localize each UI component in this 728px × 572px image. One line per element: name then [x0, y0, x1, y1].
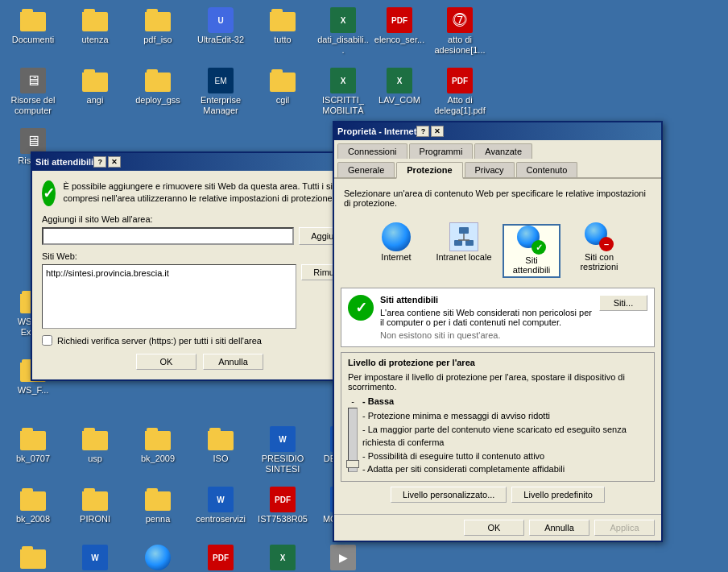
zone-intranet-locale[interactable]: Intranet locale [435, 224, 493, 278]
desktop-icon-atto-di[interactable]: ⓻ atto di adesione[1... [431, 4, 489, 59]
folder-icon [82, 487, 108, 512]
folder-icon [208, 426, 234, 452]
desktop-icon-ultraedit[interactable]: U UltraEdit-32 [192, 4, 250, 48]
tab-protezione[interactable]: Protezione [396, 162, 462, 179]
siti-dialog-add-row: Aggiungi [42, 227, 358, 245]
tab-contenuto[interactable]: Contenuto [516, 162, 578, 177]
desktop-icon-row7-5[interactable]: X [254, 541, 312, 572]
desktop-icon-tutto[interactable]: tutto [254, 4, 312, 48]
zone-siti-restrizioni[interactable]: – Siti con restrizioni [570, 224, 628, 278]
desktop-icon-angi[interactable]: angi [66, 64, 124, 109]
svg-rect-0 [459, 227, 469, 234]
siti-attendibili-no-siti: Non esistono siti in quest'area. [380, 330, 593, 340]
siti-attendibili-detail: Siti attendibili L'area contiene siti We… [380, 295, 593, 340]
siti-button[interactable]: Siti... [599, 295, 647, 311]
desktop-icon-row7-6[interactable]: ▶ [314, 541, 372, 572]
desktop-icon-row7-1[interactable] [4, 541, 62, 572]
globe-icon [145, 545, 171, 570]
siti-dialog-cancel-button[interactable]: Annulla [203, 354, 263, 370]
folder-icon [270, 7, 296, 33]
siti-dialog-add-label: Aggiungi il sito Web all'area: [42, 214, 358, 224]
folder-icon [145, 426, 171, 452]
desktop-icon-penna[interactable]: penna [129, 483, 187, 528]
desktop-icon-bk-2009[interactable]: bk_2009 [129, 423, 187, 467]
inet-props-help-btn[interactable]: ? [416, 126, 429, 137]
livello-protezione-area: Livello di protezione per l'area Per imp… [341, 352, 655, 482]
siti-attendibili-dialog: Siti attendibili ? ✕ ✓ È possibile aggiu… [31, 151, 369, 381]
livello-predefinito-button[interactable]: Livello predefinito [511, 487, 605, 503]
inet-props-title-text: Proprietà - Internet [337, 126, 416, 136]
excel-icon: X [330, 7, 356, 33]
desktop-icon-risorse-computer[interactable]: 🖥 Risorse del computer [4, 64, 62, 119]
desktop-icon-dati-disabili[interactable]: X dati_disabili... [314, 4, 372, 59]
folder-icon [20, 426, 46, 452]
zone-siti-attendibili[interactable]: ✓ Siti attendibili [503, 224, 560, 278]
desktop-icon-deploy-gss[interactable]: deploy_gss [129, 64, 187, 109]
siti-attendibili-info: ✓ Siti attendibili L'area contiene siti … [341, 288, 655, 347]
desktop-icon-elenco-ser[interactable]: PDF elenco_ser... [370, 4, 428, 48]
desktop-icon-enterprise-mgr[interactable]: EM Enterprise Manager [192, 64, 250, 119]
inet-cancel-button[interactable]: Annulla [529, 520, 589, 536]
desktop-icon-atto-delega[interactable]: PDF Atto di delega[1].pdf [431, 64, 489, 119]
intranet-zone-icon [448, 224, 480, 250]
desktop-icon-bk-0707[interactable]: bk_0707 [4, 423, 62, 467]
desktop-icon-documenti[interactable]: Documenti [4, 4, 62, 48]
siti-dialog-add-input[interactable] [42, 227, 294, 245]
slider-control: - [348, 396, 358, 472]
desktop-icon-usp[interactable]: usp [66, 423, 124, 467]
excel-icon: X [387, 68, 412, 93]
tab-programmi[interactable]: Programmi [409, 143, 474, 159]
desktop-icon-presidio-sintesi[interactable]: W PRESIDIO SINTESI [254, 423, 312, 478]
desktop-icon-cgil[interactable]: cgil [254, 64, 312, 109]
desktop-icon-iso[interactable]: ISO [192, 423, 250, 467]
folder-icon [20, 487, 46, 512]
word-icon: W [208, 487, 234, 512]
computer-icon: 🖥 [20, 68, 46, 93]
inet-props-tab-row2: Generale Protezione Privacy Contenuto [334, 159, 661, 179]
tab-privacy[interactable]: Privacy [465, 162, 515, 177]
app-icon: ▶ [330, 545, 356, 570]
pdf-icon: PDF [387, 7, 412, 33]
folder-icon [145, 487, 171, 512]
level-buttons: Livello personalizzato... Livello predef… [341, 487, 655, 503]
tab-avanzate[interactable]: Avanzate [474, 143, 532, 159]
siti-dialog-close-btn[interactable]: ✕ [108, 156, 121, 168]
computer-icon: 🖥 [20, 128, 46, 154]
desktop-icon-pironi[interactable]: PIRONI [66, 483, 124, 528]
folder-icon [20, 545, 46, 570]
desktop-icon-row7-2[interactable]: W [66, 541, 124, 572]
desktop-icon-row7-3[interactable] [129, 541, 187, 572]
siti-dialog-ok-button[interactable]: OK [136, 354, 196, 370]
desktop-icon-row7-4[interactable]: PDF [192, 541, 250, 572]
level-label: - Bassa [362, 396, 647, 406]
livello-personalizzato-button[interactable]: Livello personalizzato... [391, 487, 507, 503]
tab-generale[interactable]: Generale [337, 162, 395, 177]
inet-apply-button[interactable]: Applica [594, 520, 655, 536]
desktop-icon-bk-2008[interactable]: bk_2008 [4, 483, 62, 528]
desktop-icon-utenza[interactable]: utenza [66, 4, 124, 48]
siti-dialog-https-checkbox[interactable] [42, 335, 52, 346]
desktop-icon-lav-com[interactable]: X LAV_COM [370, 64, 428, 109]
siti-dialog-check-icon: ✓ [42, 180, 56, 206]
siti-dialog-description: È possibile aggiungere e rimuovere siti … [64, 180, 358, 206]
siti-web-list: http://sintesi.provincia.brescia.it [42, 264, 296, 329]
zone-internet[interactable]: Internet [367, 224, 425, 278]
inet-props-tab-row1: Connessioni Programmi Avanzate [334, 140, 661, 160]
pdf-icon: PDF [208, 545, 234, 570]
inet-props-close-btn[interactable]: ✕ [431, 126, 444, 137]
desktop-icon-ist7538r05[interactable]: PDF IST7538R05 [254, 483, 312, 528]
inet-ok-button[interactable]: OK [464, 520, 524, 536]
folder-icon [82, 7, 108, 33]
svg-rect-1 [454, 240, 462, 246]
inet-props-dialog: Proprietà - Internet ? ✕ Connessioni Pro… [333, 121, 663, 542]
siti-dialog-help-btn[interactable]: ? [93, 156, 106, 168]
tab-connessioni[interactable]: Connessioni [337, 143, 407, 159]
restricted-zone-icon: – [583, 224, 615, 250]
slider-track[interactable] [348, 408, 358, 472]
desktop-icon-centroservizi[interactable]: W centroservizi [192, 483, 250, 528]
siti-attendibili-check: ✓ [348, 295, 374, 321]
livello-title: Livello di protezione per l'area [348, 358, 647, 367]
desktop-icon-iscritti-mobilita[interactable]: X ISCRITTI_ MOBILITÀ [314, 64, 372, 119]
desktop-icon-pdf-iso[interactable]: pdf_iso [129, 4, 187, 48]
internet-zone-icon [380, 224, 412, 250]
